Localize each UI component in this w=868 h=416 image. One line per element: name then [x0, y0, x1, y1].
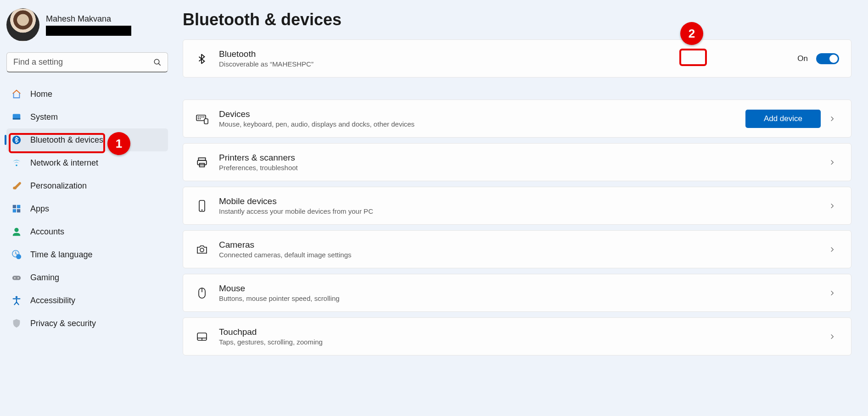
- printers-title: Printers & scanners: [219, 153, 819, 163]
- mouse-title: Mouse: [219, 283, 819, 294]
- chevron-right-icon: [829, 290, 839, 296]
- svg-point-0: [154, 59, 159, 64]
- bluetooth-card: Bluetooth Discoverable as “MAHESHPC” On: [183, 39, 851, 78]
- svg-rect-8: [13, 209, 16, 212]
- bluetooth-text: Bluetooth Discoverable as “MAHESHPC”: [219, 49, 787, 68]
- annotation-callout-2: 2: [680, 22, 703, 45]
- shield-icon: [11, 318, 22, 329]
- add-device-button[interactable]: Add device: [745, 110, 821, 128]
- nav-label: Privacy & security: [30, 319, 96, 328]
- nav-gaming[interactable]: Gaming: [6, 266, 168, 289]
- nav-personalization[interactable]: Personalization: [6, 174, 168, 197]
- bluetooth-sub: Discoverable as “MAHESHPC”: [219, 60, 787, 68]
- cameras-card[interactable]: Cameras Connected cameras, default image…: [183, 230, 851, 268]
- cameras-title: Cameras: [219, 240, 819, 250]
- system-icon: [11, 111, 22, 122]
- nav-home[interactable]: Home: [6, 83, 168, 105]
- printers-card[interactable]: Printers & scanners Preferences, trouble…: [183, 143, 851, 181]
- svg-point-14: [14, 277, 16, 279]
- search-input[interactable]: [6, 52, 168, 72]
- nav-label: Accessibility: [30, 296, 75, 305]
- devices-actions: Add device: [745, 110, 839, 128]
- svg-point-22: [198, 118, 199, 119]
- nav-privacy[interactable]: Privacy & security: [6, 312, 168, 335]
- annotation-callout-1: 1: [107, 132, 130, 155]
- bluetooth-title: Bluetooth: [219, 49, 787, 59]
- bluetooth-icon: [11, 134, 22, 145]
- accessibility-icon: [11, 295, 22, 306]
- nav-label: Time & language: [30, 250, 92, 260]
- mouse-icon: [195, 287, 209, 300]
- svg-point-23: [200, 118, 201, 119]
- touchpad-text: Touchpad Taps, gestures, scrolling, zoom…: [219, 327, 819, 346]
- sidebar: Mahesh Makvana Home System Bluetooth & d: [0, 0, 174, 416]
- nav-label: Personalization: [30, 181, 87, 191]
- svg-rect-9: [17, 209, 20, 212]
- mouse-sub: Buttons, mouse pointer speed, scrolling: [219, 294, 819, 302]
- profile-name: Mahesh Makvana: [46, 14, 131, 24]
- nav-list: Home System Bluetooth & devices Network …: [6, 83, 168, 335]
- mobile-text: Mobile devices Instantly access your mob…: [219, 196, 819, 215]
- nav-apps[interactable]: Apps: [6, 197, 168, 220]
- mobile-title: Mobile devices: [219, 196, 819, 206]
- bluetooth-toggle[interactable]: [816, 53, 839, 64]
- person-icon: [11, 226, 22, 237]
- svg-point-19: [200, 116, 201, 117]
- touchpad-title: Touchpad: [219, 327, 819, 337]
- nav-label: Accounts: [30, 227, 64, 237]
- gamepad-icon: [11, 272, 22, 283]
- devices-icon: [195, 113, 209, 124]
- touchpad-card[interactable]: Touchpad Taps, gestures, scrolling, zoom…: [183, 317, 851, 355]
- nav-time-language[interactable]: Time & language: [6, 243, 168, 266]
- nav-label: Apps: [30, 204, 49, 214]
- nav-label: Bluetooth & devices: [30, 135, 103, 145]
- mouse-card[interactable]: Mouse Buttons, mouse pointer speed, scro…: [183, 274, 851, 312]
- svg-point-15: [17, 277, 19, 279]
- svg-line-1: [158, 63, 161, 66]
- printers-sub: Preferences, troubleshoot: [219, 164, 819, 172]
- nav-label: Network & internet: [30, 158, 98, 168]
- svg-rect-24: [204, 119, 208, 124]
- profile-email-redacted: [46, 26, 131, 36]
- nav-bluetooth-devices[interactable]: Bluetooth & devices: [6, 128, 168, 151]
- profile-section[interactable]: Mahesh Makvana: [6, 6, 168, 50]
- wifi-icon: [11, 157, 22, 168]
- clock-globe-icon: [11, 249, 22, 260]
- nav-system[interactable]: System: [6, 105, 168, 128]
- bluetooth-state-label: On: [797, 54, 808, 63]
- page-title: Bluetooth & devices: [183, 10, 851, 29]
- search-icon[interactable]: [153, 58, 162, 67]
- bluetooth-icon: [195, 53, 209, 65]
- svg-rect-6: [13, 205, 16, 208]
- chevron-right-icon: [829, 333, 839, 340]
- devices-sub: Mouse, keyboard, pen, audio, displays an…: [219, 120, 735, 128]
- cameras-text: Cameras Connected cameras, default image…: [219, 240, 819, 259]
- svg-point-12: [16, 254, 21, 259]
- apps-icon: [11, 203, 22, 214]
- devices-card[interactable]: Devices Mouse, keyboard, pen, audio, dis…: [183, 100, 851, 138]
- nav-label: System: [30, 112, 58, 122]
- nav-label: Gaming: [30, 273, 59, 283]
- profile-text: Mahesh Makvana: [46, 14, 131, 36]
- cameras-sub: Connected cameras, default image setting…: [219, 251, 819, 259]
- nav-network[interactable]: Network & internet: [6, 151, 168, 174]
- devices-title: Devices: [219, 109, 735, 119]
- printers-text: Printers & scanners Preferences, trouble…: [219, 153, 819, 172]
- chevron-right-icon: [829, 159, 839, 166]
- nav-accounts[interactable]: Accounts: [6, 220, 168, 243]
- mobile-devices-card[interactable]: Mobile devices Instantly access your mob…: [183, 187, 851, 225]
- mobile-sub: Instantly access your mobile devices fro…: [219, 207, 819, 215]
- nav-accessibility[interactable]: Accessibility: [6, 289, 168, 312]
- chevron-right-icon: [829, 116, 839, 122]
- nav-label: Home: [30, 89, 52, 99]
- svg-point-18: [198, 116, 199, 117]
- svg-point-20: [202, 116, 202, 117]
- touchpad-sub: Taps, gestures, scrolling, zooming: [219, 338, 819, 346]
- svg-point-30: [200, 248, 204, 252]
- camera-icon: [195, 244, 209, 255]
- svg-point-21: [204, 116, 204, 117]
- brush-icon: [11, 180, 22, 191]
- phone-icon: [195, 200, 209, 212]
- main-content: Bluetooth & devices Bluetooth Discoverab…: [174, 0, 868, 416]
- avatar[interactable]: [6, 8, 39, 41]
